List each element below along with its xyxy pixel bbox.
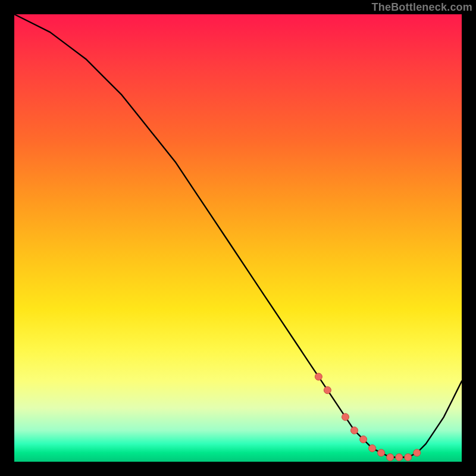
- curve-marker: [405, 454, 412, 461]
- curve-marker: [360, 436, 367, 443]
- curve-marker: [315, 373, 322, 380]
- chart-frame: TheBottleneck.com: [0, 0, 476, 476]
- curve-marker: [378, 449, 385, 456]
- curve-markers: [315, 373, 420, 461]
- plot-area: [14, 14, 462, 462]
- curve-marker: [396, 454, 403, 461]
- bottleneck-curve: [14, 14, 462, 458]
- curve-marker: [324, 387, 331, 394]
- attribution-text: TheBottleneck.com: [372, 1, 472, 14]
- curve-marker: [351, 427, 358, 434]
- curve-overlay: [14, 14, 462, 462]
- curve-marker: [387, 454, 394, 461]
- curve-marker: [414, 449, 421, 456]
- curve-marker: [369, 444, 376, 452]
- curve-marker: [342, 414, 349, 421]
